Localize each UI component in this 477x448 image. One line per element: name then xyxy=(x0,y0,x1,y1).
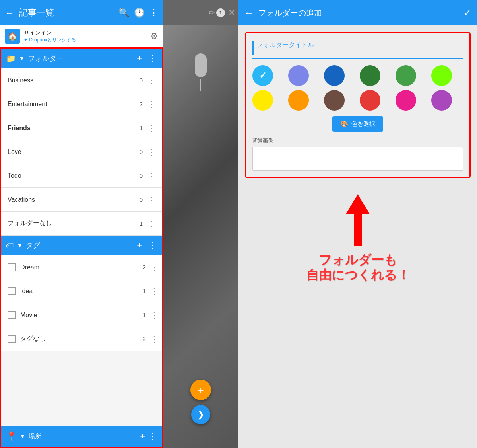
tag-name: Dream xyxy=(20,264,143,271)
tag-name: タグなし xyxy=(20,335,143,343)
color-picker-grid xyxy=(252,65,463,111)
back-button[interactable]: ← xyxy=(244,7,254,18)
chevron-icon: ▼ xyxy=(19,55,25,62)
folders-tags-container: 📁 ▼ フォルダー + ⋮ Business 0 ⋮ Entertainment… xyxy=(0,47,163,448)
color-swatch-7[interactable] xyxy=(288,90,309,111)
item-more-icon[interactable]: ⋮ xyxy=(151,263,159,272)
color-swatch-5[interactable] xyxy=(431,65,452,86)
navigate-button[interactable]: ❯ xyxy=(191,405,210,424)
color-swatch-2[interactable] xyxy=(324,65,345,86)
bg-image-section: 背景画像 xyxy=(252,137,463,171)
item-more-icon[interactable]: ⋮ xyxy=(147,99,155,109)
chevron-icon: ▼ xyxy=(17,242,23,249)
location-more-icon[interactable]: ⋮ xyxy=(148,431,157,442)
folder-item-business[interactable]: Business 0 ⋮ xyxy=(1,68,162,92)
page-title: 記事一覧 xyxy=(19,7,114,19)
tag-item-movie[interactable]: Movie 1 ⋮ xyxy=(1,303,162,327)
history-icon[interactable]: 🕐 xyxy=(134,8,145,18)
folder-more-icon[interactable]: ⋮ xyxy=(148,53,157,64)
annotation-text: フォルダーも自由につくれる！ xyxy=(306,252,410,283)
bg-image-input[interactable] xyxy=(252,147,463,171)
color-swatch-8[interactable] xyxy=(324,90,345,111)
pencil-icon: ✏ xyxy=(209,8,215,17)
color-swatch-3[interactable] xyxy=(360,65,380,86)
add-tag-button[interactable]: + xyxy=(137,240,142,251)
color-swatch-10[interactable] xyxy=(396,90,416,111)
add-folder-dialog: フォルダータイトル 🎨 色を選択 背景画像 xyxy=(245,32,471,178)
annotation-area: フォルダーも自由につくれる！ xyxy=(238,194,477,283)
confirm-button[interactable]: ✓ xyxy=(463,7,471,18)
folder-name: Todo xyxy=(8,172,140,179)
color-picker-icon: 🎨 xyxy=(340,120,348,128)
folder-item-friends[interactable]: Friends 1 ⋮ xyxy=(1,116,162,140)
text-cursor xyxy=(252,41,254,55)
dropbox-icon: ✦ xyxy=(24,37,29,43)
item-more-icon[interactable]: ⋮ xyxy=(151,310,159,320)
color-swatch-9[interactable] xyxy=(360,90,380,111)
folder-icon: 📁 xyxy=(6,54,16,63)
add-folder-button[interactable]: + xyxy=(137,53,142,64)
mic-stand xyxy=(200,79,201,91)
tag-checkbox[interactable] xyxy=(8,287,16,295)
color-swatch-6[interactable] xyxy=(252,90,273,111)
folder-name: フォルダーなし xyxy=(8,219,140,228)
item-more-icon[interactable]: ⋮ xyxy=(151,334,159,344)
signin-row[interactable]: 🏠 サインイン ✦ Dropboxとリンクする ⚙ xyxy=(0,25,163,47)
folder-item-vacations[interactable]: Vacations 0 ⋮ xyxy=(1,188,162,212)
edit-count-badge: 1 xyxy=(216,8,225,17)
tag-more-icon[interactable]: ⋮ xyxy=(148,240,157,251)
color-select-button[interactable]: 🎨 色を選択 xyxy=(332,116,383,132)
folder-count: 0 xyxy=(140,148,143,155)
home-icon: 🏠 xyxy=(5,29,20,44)
input-underline xyxy=(252,58,463,59)
folder-name: Love xyxy=(8,148,140,156)
signin-label: サインイン xyxy=(24,29,146,37)
folder-count: 2 xyxy=(140,101,143,107)
item-more-icon[interactable]: ⋮ xyxy=(147,76,155,85)
item-more-icon[interactable]: ⋮ xyxy=(151,286,159,296)
tag-item-dream[interactable]: Dream 2 ⋮ xyxy=(1,255,162,279)
chevron-icon: ▼ xyxy=(20,433,25,440)
color-swatch-1[interactable] xyxy=(288,65,309,86)
item-more-icon[interactable]: ⋮ xyxy=(147,219,155,228)
folder-item-none[interactable]: フォルダーなし 1 ⋮ xyxy=(1,212,162,236)
tag-checkbox[interactable] xyxy=(8,263,16,271)
folder-item-todo[interactable]: Todo 0 ⋮ xyxy=(1,164,162,188)
more-icon[interactable]: ⋮ xyxy=(149,8,158,18)
color-swatch-0[interactable] xyxy=(252,65,273,86)
item-more-icon[interactable]: ⋮ xyxy=(147,123,155,133)
tag-section-header: 🏷 ▼ タグ + ⋮ xyxy=(1,236,162,255)
right-header: ← フォルダーの追加 ✓ xyxy=(238,0,477,25)
bottom-bar: 📍 ▼ 場所 + ⋮ xyxy=(1,426,162,447)
location-icon: 📍 xyxy=(6,431,17,442)
item-more-icon[interactable]: ⋮ xyxy=(147,171,155,181)
color-swatch-11[interactable] xyxy=(431,90,452,111)
close-icon[interactable]: ✕ xyxy=(228,8,235,18)
right-panel: ← フォルダーの追加 ✓ フォルダータイトル 🎨 色を選択 背景画像 xyxy=(238,0,477,448)
add-fab-button[interactable]: + xyxy=(190,380,211,400)
folder-item-entertainment[interactable]: Entertainment 2 ⋮ xyxy=(1,92,162,116)
tag-checkbox[interactable] xyxy=(8,311,16,319)
dropbox-link[interactable]: ✦ Dropboxとリンクする xyxy=(24,37,146,43)
folder-item-love[interactable]: Love 0 ⋮ xyxy=(1,140,162,164)
search-icon[interactable]: 🔍 xyxy=(118,8,129,18)
back-button[interactable]: ← xyxy=(5,7,14,18)
tag-count: 2 xyxy=(143,264,146,271)
color-swatch-4[interactable] xyxy=(396,65,416,86)
folder-count: 0 xyxy=(140,172,143,179)
folder-name: Business xyxy=(8,77,140,84)
bg-image-label: 背景画像 xyxy=(252,137,463,144)
item-more-icon[interactable]: ⋮ xyxy=(147,147,155,157)
tag-item-idea[interactable]: Idea 1 ⋮ xyxy=(1,279,162,303)
settings-icon[interactable]: ⚙ xyxy=(150,31,158,41)
tag-count: 2 xyxy=(143,335,146,342)
left-header: ← 記事一覧 🔍 🕐 ⋮ xyxy=(0,0,163,25)
add-location-button[interactable]: + xyxy=(140,431,145,442)
middle-top-bar: ✏ 1 ✕ xyxy=(163,0,238,25)
tag-checkbox[interactable] xyxy=(8,335,16,343)
arrow-head xyxy=(346,194,370,214)
tag-name: Idea xyxy=(20,288,143,295)
item-more-icon[interactable]: ⋮ xyxy=(147,195,155,205)
tag-item-none[interactable]: タグなし 2 ⋮ xyxy=(1,327,162,351)
folder-title-input[interactable] xyxy=(257,49,400,56)
